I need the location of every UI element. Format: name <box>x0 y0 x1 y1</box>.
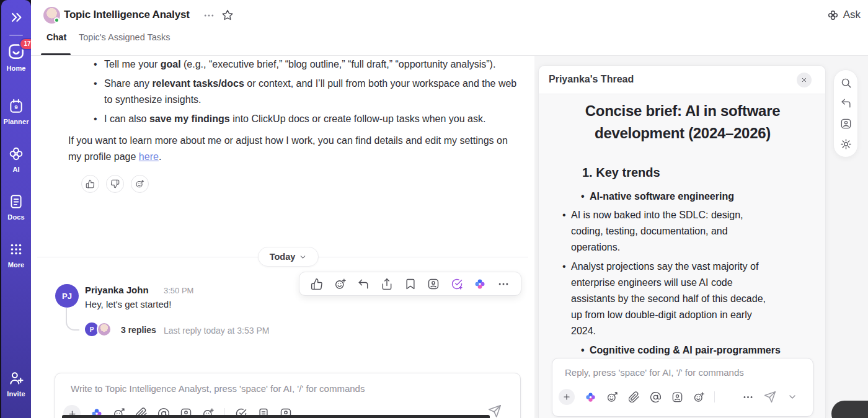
share-icon <box>381 278 393 290</box>
list-item: Share any relevant tasks/docs or context… <box>104 76 522 108</box>
ai-flower-icon <box>827 9 839 21</box>
follow-button[interactable] <box>671 391 683 403</box>
follow-icon <box>840 118 852 130</box>
send-reply-button[interactable] <box>763 390 777 404</box>
sidebar-item-home[interactable]: 17 Home <box>1 42 31 72</box>
ask-ai-button[interactable]: Ask <box>827 7 861 23</box>
send-button[interactable] <box>488 404 502 418</box>
more-icon <box>203 9 215 22</box>
thread-reply-composer[interactable]: Reply, press 'space' for AI, '/' for com… <box>552 358 813 417</box>
sidebar-item-docs[interactable]: Docs <box>1 193 31 221</box>
quick-reaction-button[interactable] <box>606 391 618 403</box>
share-button[interactable] <box>380 277 394 291</box>
message-composer[interactable]: Write to Topic Intelligence Analyst, pre… <box>55 373 521 418</box>
ai-actions-button[interactable] <box>473 277 487 291</box>
list-item: AI is now baked into the SDLC: design, c… <box>571 207 767 256</box>
send-icon <box>488 404 502 418</box>
add-reaction-button[interactable] <box>131 175 149 193</box>
thumbs-up-button[interactable] <box>81 175 99 193</box>
document-title: Concise brief: AI in software developmen… <box>551 100 814 145</box>
emoji-add-icon <box>693 391 705 403</box>
more-icon <box>497 278 510 290</box>
date-divider-pill[interactable]: Today <box>258 247 319 267</box>
outro-text: If you want to learn more about me or ad… <box>68 135 508 162</box>
help-button[interactable] <box>831 401 868 418</box>
ask-label: Ask <box>843 9 861 21</box>
followers-button[interactable] <box>839 118 852 130</box>
reply-button[interactable] <box>839 97 852 109</box>
composer-placeholder: Write to Topic Intelligence Analyst, pre… <box>71 383 365 394</box>
bookmark-icon <box>404 278 417 290</box>
tab-chat[interactable]: Chat <box>46 32 66 42</box>
thread-panel-header: Priyanka's Thread <box>539 66 825 94</box>
follow-icon <box>671 391 683 403</box>
add-emoji-button[interactable] <box>693 391 705 403</box>
more-options-button[interactable] <box>742 391 754 403</box>
bullet-text: I can also <box>104 113 149 124</box>
intro-bullet-list: Tell me your goal (e.g., “executive brie… <box>68 56 522 127</box>
settings-button[interactable] <box>839 138 852 151</box>
sidebar-item-planner[interactable]: Planner <box>1 98 31 125</box>
section-heading: 1. Key trends <box>551 166 814 180</box>
add-attachment-button[interactable] <box>559 389 575 405</box>
bullet-text: (e.g., “executive brief,” “blog outline,… <box>181 59 496 69</box>
clickup-ai-icon <box>585 391 596 403</box>
favorite-button[interactable] <box>221 8 234 22</box>
search-button[interactable] <box>839 76 852 89</box>
more-actions-button[interactable] <box>497 277 510 291</box>
main-area: Topic Intelligence Analyst Ask Chat Topi… <box>31 0 868 418</box>
bullet-text: into ClickUp docs or create follow-up ta… <box>230 113 486 124</box>
expand-sidebar-button[interactable] <box>9 10 24 25</box>
list-item: Cognitive coding & AI pair-programmers <box>590 342 814 358</box>
sub-list: AI is now baked into the SDLC: design, c… <box>551 207 814 339</box>
star-icon <box>221 9 234 21</box>
sidebar-item-label: AI <box>12 166 19 173</box>
bookmark-button[interactable] <box>404 277 417 291</box>
follow-button[interactable] <box>427 277 440 291</box>
document-icon <box>8 193 24 210</box>
thumbs-down-button[interactable] <box>106 175 124 193</box>
create-task-button[interactable] <box>450 277 464 291</box>
list-item: Tell me your goal (e.g., “executive brie… <box>104 56 522 73</box>
sidebar-item-invite[interactable]: Invite <box>1 370 31 398</box>
clickup-ai-icon <box>474 278 486 290</box>
header-more-button[interactable] <box>202 9 216 20</box>
grid-dots-icon <box>8 241 24 257</box>
tab-assigned-tasks[interactable]: Topic's Assigned Tasks <box>79 32 170 42</box>
thumbs-up-button[interactable] <box>310 277 324 291</box>
bullet-text: Tell me your <box>104 59 161 69</box>
sidebar-item-more[interactable]: More <box>1 241 31 269</box>
bullet-bold: relevant tasks/docs <box>152 78 244 89</box>
thread-side-rail <box>833 69 858 158</box>
ai-button[interactable] <box>584 391 596 403</box>
chevron-down-icon <box>299 253 307 261</box>
thumbs-up-icon <box>311 278 323 290</box>
add-reaction-button[interactable] <box>334 277 347 291</box>
send-options-button[interactable] <box>786 391 799 403</box>
mention-icon <box>650 391 662 403</box>
app-window: 17 Home Planner AI Docs More Invite <box>0 0 868 418</box>
emoji-add-icon <box>334 278 347 290</box>
reply-toolbar <box>559 389 813 405</box>
profile-page-link[interactable]: here <box>139 151 159 162</box>
reply-button[interactable] <box>356 277 370 291</box>
avatar[interactable]: PJ <box>55 284 79 308</box>
attachment-icon <box>628 391 640 403</box>
attach-file-button[interactable] <box>627 391 640 403</box>
message-author: Priyanka John <box>85 285 149 295</box>
bullet-bold: goal <box>161 59 181 69</box>
more-icon <box>742 391 754 403</box>
task-check-icon <box>451 278 463 290</box>
close-thread-button[interactable] <box>797 73 812 87</box>
emoji-add-icon <box>135 179 144 189</box>
mention-button[interactable] <box>649 391 662 403</box>
reply-placeholder: Reply, press 'space' for AI, '/' for com… <box>565 367 744 378</box>
message-timestamp: 3:50 PM <box>164 286 193 295</box>
reply-icon <box>840 97 852 109</box>
calendar-icon <box>8 98 24 114</box>
sidebar-item-ai[interactable]: AI <box>1 146 31 173</box>
close-icon <box>800 76 808 84</box>
plus-icon <box>562 393 571 401</box>
chevrons-right-icon <box>10 11 24 24</box>
thread-replies-link[interactable]: 3 replies <box>121 325 156 335</box>
